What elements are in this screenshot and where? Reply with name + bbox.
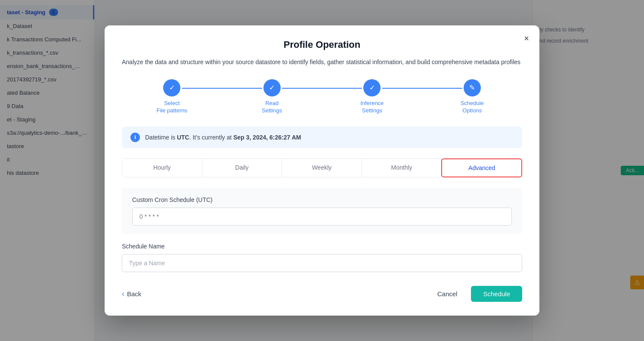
step-label-3: InferenceSettings — [360, 100, 384, 115]
checkmark-icon-2: ✓ — [269, 84, 275, 92]
footer-right-actions: Cancel Schedule — [430, 286, 522, 302]
tab-weekly-label: Weekly — [312, 164, 332, 171]
profile-operation-modal: × Profile Operation Analyze the data and… — [105, 25, 539, 315]
schedule-name-input[interactable] — [122, 254, 522, 272]
cron-section: Custom Cron Schedule (UTC) — [122, 188, 522, 234]
tab-weekly[interactable]: Weekly — [282, 159, 362, 177]
tab-daily-label: Daily — [235, 164, 248, 171]
schedule-name-section: Schedule Name — [122, 243, 522, 272]
modal-footer: ‹ Back Cancel Schedule — [122, 282, 522, 302]
modal-overlay: × Profile Operation Analyze the data and… — [0, 0, 644, 341]
tab-daily[interactable]: Daily — [202, 159, 282, 177]
modal-title: Profile Operation — [122, 39, 522, 50]
step-circle-3: ✓ — [363, 79, 381, 96]
step-circle-2: ✓ — [263, 79, 281, 96]
info-text: Datetime is UTC. It's currently at Sep 3… — [145, 134, 301, 141]
step-circle-4: ✎ — [464, 79, 481, 96]
step-schedule-options: ✎ ScheduleOptions — [422, 79, 523, 115]
step-label-4: ScheduleOptions — [461, 100, 484, 115]
step-circle-1: ✓ — [163, 79, 180, 96]
tab-advanced[interactable]: Advanced — [441, 158, 522, 177]
back-button[interactable]: ‹ Back — [122, 289, 141, 298]
checkmark-icon-1: ✓ — [169, 84, 175, 92]
cron-input[interactable] — [132, 208, 512, 226]
checkmark-icon-3: ✓ — [369, 84, 375, 92]
step-label-1: SelectFile patterns — [156, 100, 187, 115]
modal-description: Analyze the data and structure within yo… — [122, 57, 522, 67]
tab-hourly-label: Hourly — [153, 164, 170, 171]
tab-monthly-label: Monthly — [391, 164, 412, 171]
schedule-tabs: Hourly Daily Weekly Monthly Advanced — [122, 158, 522, 177]
schedule-name-label: Schedule Name — [122, 243, 522, 250]
step-select-file-patterns: ✓ SelectFile patterns — [122, 79, 222, 115]
step-read-settings: ✓ ReadSettings — [222, 79, 322, 115]
stepper: ✓ SelectFile patterns ✓ ReadSettings ✓ I… — [122, 79, 522, 115]
edit-icon: ✎ — [469, 84, 475, 92]
tab-monthly[interactable]: Monthly — [362, 159, 442, 177]
tab-advanced-label: Advanced — [468, 164, 495, 171]
back-label: Back — [127, 290, 141, 298]
tab-hourly[interactable]: Hourly — [122, 159, 202, 177]
info-banner: i Datetime is UTC. It's currently at Sep… — [122, 127, 522, 148]
info-icon: i — [130, 133, 140, 142]
back-chevron-icon: ‹ — [122, 289, 124, 298]
cron-label: Custom Cron Schedule (UTC) — [132, 196, 512, 203]
step-inference-settings: ✓ InferenceSettings — [322, 79, 422, 115]
step-label-2: ReadSettings — [262, 100, 282, 115]
cancel-button[interactable]: Cancel — [430, 287, 464, 301]
close-button[interactable]: × — [524, 34, 529, 43]
schedule-button[interactable]: Schedule — [471, 286, 522, 302]
